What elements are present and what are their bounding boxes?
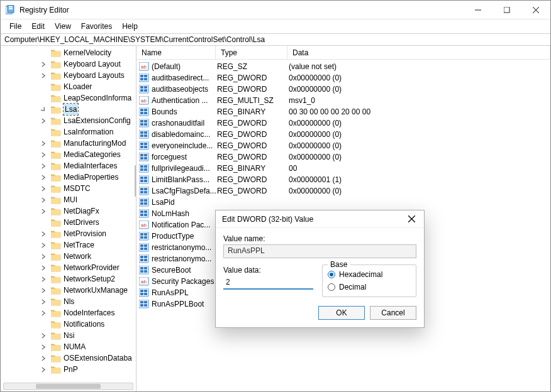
menu-favorites[interactable]: Favorites — [76, 21, 117, 32]
tree-item[interactable]: Lsa — [1, 104, 136, 115]
expand-chevron-icon[interactable] — [40, 367, 47, 373]
binary-value-icon — [139, 130, 149, 139]
scrollbar-thumb[interactable] — [36, 384, 101, 389]
expand-chevron-icon[interactable] — [40, 299, 47, 305]
tree-item[interactable]: ManufacturingMod — [1, 138, 136, 149]
tree-item[interactable]: NetProvision — [1, 228, 136, 239]
dialog-close-button[interactable] — [399, 210, 424, 228]
expand-chevron-icon[interactable] — [40, 254, 47, 259]
ok-button[interactable]: OK — [318, 306, 365, 320]
value-row[interactable]: BoundsREG_BINARY00 30 00 00 00 20 00 00 — [136, 106, 550, 117]
expand-chevron-icon[interactable] — [40, 231, 47, 237]
value-row[interactable]: auditbaseobjectsREG_DWORD0x00000000 (0) — [136, 84, 550, 95]
value-type: REG_DWORD — [216, 141, 287, 150]
menu-edit[interactable]: Edit — [26, 21, 50, 32]
expand-chevron-icon[interactable] — [40, 242, 47, 248]
expand-chevron-icon[interactable] — [40, 62, 47, 67]
column-name[interactable]: Name — [136, 46, 216, 59]
tree-item[interactable]: Notifications — [1, 318, 136, 330]
tree-horizontal-scrollbar[interactable] — [3, 383, 133, 390]
tree-item[interactable]: NetDiagFx — [1, 205, 136, 217]
tree-item[interactable]: Nsi — [1, 330, 136, 341]
binary-value-icon — [139, 119, 149, 128]
value-name: Security Packages — [152, 277, 214, 286]
tree-item[interactable]: MediaProperties — [1, 172, 136, 183]
tree-item[interactable]: NetworkUxManage — [1, 285, 136, 296]
tree-item[interactable]: KernelVelocity — [1, 47, 136, 58]
tree-item[interactable]: MUI — [1, 194, 136, 205]
column-type[interactable]: Type — [216, 46, 287, 59]
value-data: 0x00000000 (0) — [287, 85, 550, 94]
tree-item[interactable]: Keyboard Layout — [1, 58, 136, 70]
close-button[interactable] — [521, 1, 550, 19]
tree-item[interactable]: MediaInterfaces — [1, 160, 136, 172]
expand-chevron-icon[interactable] — [40, 186, 47, 192]
tree-item[interactable]: LsaExtensionConfig — [1, 115, 136, 126]
tree-item[interactable]: NetworkSetup2 — [1, 273, 136, 285]
value-row[interactable]: crashonauditfailREG_DWORD0x00000000 (0) — [136, 117, 550, 129]
minimize-button[interactable] — [464, 1, 493, 19]
value-row[interactable]: forceguestREG_DWORD0x00000000 (0) — [136, 151, 550, 163]
expand-chevron-icon[interactable] — [40, 141, 47, 146]
tree-item[interactable]: LeapSecondInforma — [1, 92, 136, 104]
tree-item[interactable]: PnP — [1, 364, 136, 375]
value-row[interactable]: LsaCfgFlagsDefa...REG_DWORD0x00000000 (0… — [136, 185, 550, 197]
value-row[interactable]: disabledomainc...REG_DWORD0x00000000 (0) — [136, 129, 550, 140]
value-data: 0x00000000 (0) — [287, 153, 550, 161]
tree-item[interactable]: OSExtensionDataba — [1, 352, 136, 364]
tree-item-label: Notifications — [64, 318, 104, 330]
expand-chevron-icon[interactable] — [40, 73, 47, 79]
binary-value-icon — [139, 141, 149, 150]
tree-item[interactable]: MSDTC — [1, 183, 136, 194]
expand-chevron-icon[interactable] — [40, 163, 47, 169]
value-row[interactable]: Authentication ...REG_MULTI_SZmsv1_0 — [136, 95, 550, 106]
expand-chevron-icon[interactable] — [40, 310, 47, 316]
tree-item[interactable]: KLoader — [1, 81, 136, 92]
expand-chevron-icon[interactable] — [40, 152, 47, 158]
tree-item[interactable]: Keyboard Layouts — [1, 70, 136, 81]
value-name: auditbaseobjects — [152, 85, 208, 94]
folder-icon — [51, 342, 61, 351]
expand-chevron-icon[interactable] — [40, 209, 47, 214]
tree-item[interactable]: NodeInterfaces — [1, 307, 136, 318]
tree-item[interactable]: NetworkProvider — [1, 262, 136, 273]
expand-chevron-icon[interactable] — [40, 118, 47, 124]
tree-item[interactable]: NUMA — [1, 341, 136, 352]
folder-icon — [51, 195, 61, 204]
address-bar[interactable]: Computer\HKEY_LOCAL_MACHINE\SYSTEM\Curre… — [1, 33, 550, 46]
value-row[interactable]: fullprivilegeaudi...REG_BINARY00 — [136, 163, 550, 174]
value-data: 0x00000000 (0) — [287, 187, 550, 195]
expand-chevron-icon[interactable] — [40, 288, 47, 293]
value-row[interactable]: LsaPid — [136, 197, 550, 208]
expand-chevron-icon[interactable] — [40, 265, 47, 271]
cancel-button[interactable]: Cancel — [370, 306, 416, 320]
value-row[interactable]: everyoneinclude...REG_DWORD0x00000000 (0… — [136, 140, 550, 151]
expand-chevron-icon[interactable] — [40, 333, 47, 339]
value-data-field[interactable] — [223, 276, 313, 290]
radio-decimal[interactable]: Decimal — [328, 283, 411, 291]
value-name-field: RunAsPPL — [223, 244, 416, 258]
tree-item[interactable]: Network — [1, 251, 136, 262]
menu-help[interactable]: Help — [117, 21, 143, 32]
column-data[interactable]: Data — [287, 46, 550, 59]
tree-item[interactable]: NetTrace — [1, 239, 136, 251]
expand-chevron-icon[interactable] — [40, 356, 47, 361]
tree-item[interactable]: Nls — [1, 296, 136, 307]
maximize-button[interactable] — [493, 1, 521, 19]
tree-item[interactable]: MediaCategories — [1, 149, 136, 160]
tree-item[interactable]: NetDrivers — [1, 217, 136, 228]
expand-chevron-icon[interactable] — [40, 344, 47, 350]
tree-item[interactable]: LsaInformation — [1, 126, 136, 138]
value-row[interactable]: (Default)REG_SZ(value not set) — [136, 61, 550, 72]
window-title: Registry Editor — [19, 6, 69, 14]
expand-chevron-icon[interactable] — [40, 276, 47, 282]
expand-chevron-icon[interactable] — [40, 107, 47, 112]
value-name: (Default) — [152, 62, 181, 71]
menu-view[interactable]: View — [50, 21, 76, 32]
value-row[interactable]: LimitBlankPass...REG_DWORD0x00000001 (1) — [136, 174, 550, 185]
expand-chevron-icon[interactable] — [40, 197, 47, 203]
value-row[interactable]: auditbasedirect...REG_DWORD0x00000000 (0… — [136, 72, 550, 84]
radio-hexadecimal[interactable]: Hexadecimal — [328, 270, 411, 279]
menu-file[interactable]: File — [4, 21, 26, 32]
expand-chevron-icon[interactable] — [40, 175, 47, 180]
